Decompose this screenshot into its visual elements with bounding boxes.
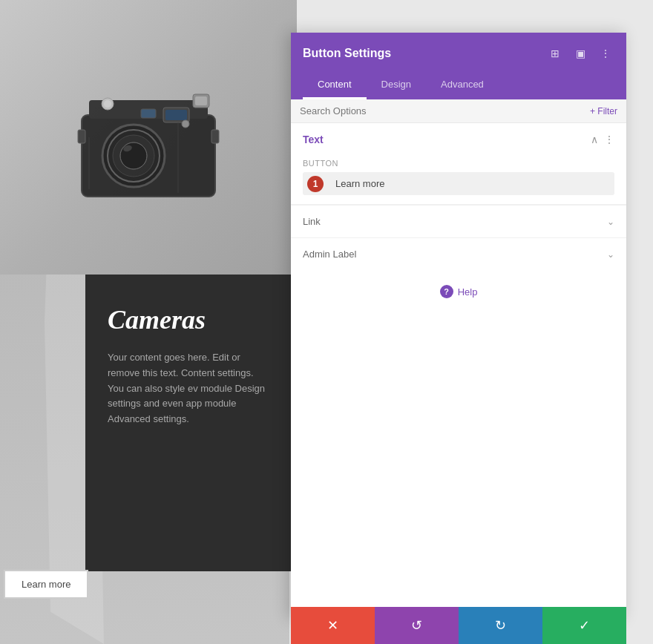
- save-icon: ✓: [579, 617, 590, 634]
- svg-rect-15: [78, 130, 85, 143]
- tab-content[interactable]: Content: [303, 71, 367, 99]
- resize-icon[interactable]: ⊞: [546, 45, 564, 62]
- tab-design[interactable]: Design: [367, 71, 426, 99]
- text-section-title: Text: [303, 134, 324, 145]
- admin-label-header[interactable]: Admin Label ⌄: [291, 238, 626, 270]
- copy-icon[interactable]: ▣: [571, 45, 589, 62]
- undo-icon: ↺: [411, 617, 422, 634]
- cameras-title: Cameras: [108, 304, 271, 335]
- camera-image-section: [0, 0, 297, 275]
- action-bar: ✕ ↺ ↻ ✓: [291, 607, 626, 644]
- input-badge: 1: [307, 176, 324, 192]
- svg-point-13: [182, 120, 189, 128]
- collapse-icon[interactable]: ∧: [591, 134, 598, 145]
- camera-image-placeholder: [0, 0, 297, 275]
- search-bar: + Filter: [291, 99, 626, 123]
- panel-header: Button Settings ⊞ ▣ ⋮ Content Design Adv…: [291, 33, 626, 99]
- text-section: Text ∧ ⋮ Button 1: [291, 123, 626, 205]
- camera-illustration: [67, 63, 230, 211]
- text-section-controls: ∧ ⋮: [591, 134, 614, 145]
- cameras-content-section: Cameras Your content goes here. Edit or …: [85, 275, 293, 571]
- panel-header-icons: ⊞ ▣ ⋮: [546, 45, 614, 62]
- link-label: Link: [303, 216, 321, 227]
- panel-title: Button Settings: [303, 47, 391, 60]
- link-chevron-icon: ⌄: [607, 217, 614, 227]
- help-icon: ?: [440, 285, 453, 298]
- svg-rect-10: [195, 96, 207, 105]
- svg-point-8: [104, 100, 111, 108]
- link-section-header[interactable]: Link ⌄: [291, 206, 626, 237]
- redo-icon: ↻: [495, 617, 506, 634]
- svg-rect-14: [141, 109, 156, 118]
- help-button[interactable]: ? Help: [440, 285, 478, 298]
- button-input-row: 1: [303, 172, 614, 195]
- cancel-icon: ✕: [327, 617, 338, 634]
- button-text-input[interactable]: [329, 172, 614, 195]
- admin-label-section: Admin Label ⌄: [291, 237, 626, 270]
- undo-button[interactable]: ↺: [375, 607, 459, 644]
- button-label: Button: [303, 159, 614, 168]
- settings-panel: Button Settings ⊞ ▣ ⋮ Content Design Adv…: [291, 33, 626, 619]
- admin-label-chevron-icon: ⌄: [607, 249, 614, 260]
- panel-title-row: Button Settings ⊞ ▣ ⋮: [303, 45, 614, 62]
- filter-button[interactable]: + Filter: [590, 106, 617, 116]
- button-subsection: Button 1: [291, 156, 626, 204]
- cameras-body-text: Your content goes here. Edit or remove t…: [108, 350, 271, 427]
- help-section: ? Help: [291, 270, 626, 313]
- text-section-header[interactable]: Text ∧ ⋮: [291, 123, 626, 156]
- panel-body: Text ∧ ⋮ Button 1 Link ⌄: [291, 123, 626, 619]
- svg-point-5: [120, 142, 147, 169]
- redo-button[interactable]: ↻: [459, 607, 542, 644]
- panel-tabs: Content Design Advanced: [303, 71, 614, 99]
- link-section: Link ⌄: [291, 205, 626, 237]
- save-button[interactable]: ✓: [542, 607, 626, 644]
- help-label: Help: [458, 286, 478, 298]
- search-input[interactable]: [300, 105, 590, 116]
- more-options-icon[interactable]: ⋮: [597, 45, 614, 62]
- svg-rect-16: [211, 130, 219, 143]
- learn-more-button[interactable]: Learn more: [4, 570, 88, 599]
- text-section-more-icon[interactable]: ⋮: [604, 134, 614, 145]
- svg-rect-12: [165, 110, 187, 120]
- tab-advanced[interactable]: Advanced: [426, 71, 499, 99]
- admin-label-text: Admin Label: [303, 249, 356, 260]
- cancel-button[interactable]: ✕: [291, 607, 375, 644]
